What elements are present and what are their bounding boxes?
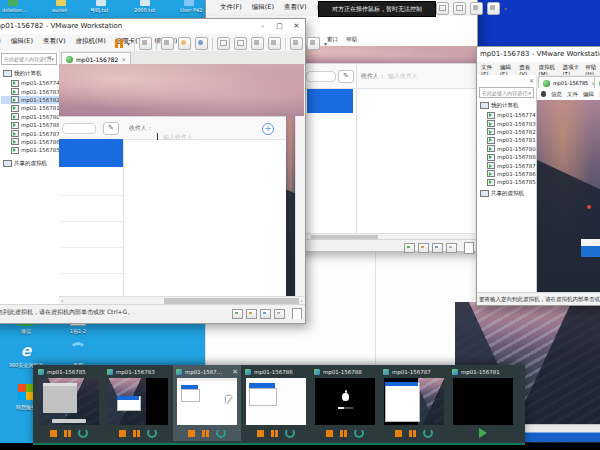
desktop-file[interactable]: xunlei <box>52 7 67 13</box>
menu-item[interactable]: 虚拟机(M) <box>72 35 110 48</box>
capture-icon[interactable] <box>307 37 320 50</box>
fit-guest-icon[interactable] <box>292 308 302 319</box>
vm-list-item[interactable]: mp01-156781 <box>1 104 59 112</box>
menu-item[interactable]: 编辑(E) <box>498 62 515 76</box>
search-field[interactable] <box>62 123 96 134</box>
desktop-file[interactable]: deletion… <box>2 7 27 13</box>
restart-vm-icon[interactable] <box>354 428 364 438</box>
vm-list-item[interactable]: mp01-156783 <box>1 87 59 95</box>
vm-list-item[interactable]: mp01-156785 <box>1 146 59 154</box>
taskbar-thumbnail[interactable]: mp01-156781 <box>449 365 517 441</box>
manage-snapshots-icon[interactable] <box>195 37 208 50</box>
compose-icon[interactable]: ✎ <box>338 70 354 83</box>
tree-shared[interactable]: 共享的虚拟机 <box>3 159 47 168</box>
desktop-file[interactable]: 号码.txt <box>90 7 108 13</box>
menu-item[interactable]: 文件(F) <box>0 35 5 48</box>
network-icon[interactable] <box>260 309 271 319</box>
restart-vm-icon[interactable] <box>216 428 226 438</box>
selected-conversation[interactable] <box>307 89 353 113</box>
hdd-icon[interactable] <box>404 243 415 253</box>
macos-menu-item[interactable]: 编辑 <box>583 91 594 98</box>
vm-list-item[interactable]: mp01-156774 <box>477 111 536 119</box>
scroll-left-icon[interactable]: ‹ <box>61 297 63 304</box>
restart-vm-icon[interactable] <box>147 428 157 438</box>
fullscreen-icon[interactable] <box>251 37 264 50</box>
menu-item[interactable]: 虚拟机(M) <box>537 62 559 76</box>
sound-icon[interactable] <box>446 243 457 253</box>
console-view-icon[interactable] <box>290 37 303 50</box>
vm-list-item[interactable]: mp01-156786 <box>1 138 59 146</box>
menu-item[interactable]: 查看(V) <box>517 62 534 76</box>
cd-icon[interactable] <box>418 243 429 253</box>
macos-menu-item[interactable]: 帮助 <box>346 36 357 43</box>
add-recipient-icon[interactable]: + <box>262 123 274 135</box>
play-vm-icon[interactable] <box>479 428 487 438</box>
menu-item[interactable]: 查看(V) <box>280 1 311 14</box>
snapshot-icon[interactable] <box>161 37 174 50</box>
pause-vm-icon[interactable] <box>340 430 347 437</box>
taskbar-thumbnail-hovered[interactable]: mp01-1567…✕ <box>173 365 241 441</box>
menu-item[interactable]: 编辑(E) <box>7 35 37 48</box>
guest-console[interactable]: ∨ ✎ 收件人： 输入收件人 + <box>59 64 304 305</box>
stop-vm-icon[interactable] <box>395 430 402 437</box>
close-preview-icon[interactable]: ✕ <box>232 368 238 376</box>
menu-item[interactable]: 选项卡(T) <box>560 62 581 76</box>
macos-menu-item[interactable]: 文件 <box>567 91 578 98</box>
pause-vm-icon[interactable] <box>133 430 140 437</box>
search-field[interactable] <box>306 71 336 82</box>
restart-vm-icon[interactable] <box>423 428 433 438</box>
vm-list-item[interactable]: mp01-156780 <box>477 145 536 153</box>
taskbar-thumbnail[interactable]: mp01-156788 <box>311 365 379 441</box>
close-icon[interactable]: ✕ <box>288 19 305 34</box>
minimize-icon[interactable]: – <box>254 19 271 34</box>
cd-icon[interactable] <box>246 309 257 319</box>
close-sidebar-icon[interactable]: ✕ <box>47 54 52 61</box>
vm-list-item[interactable]: mp01-156782 <box>477 128 536 136</box>
ctrl-alt-del-icon[interactable] <box>139 37 152 50</box>
compose-icon[interactable]: ✎ <box>103 122 119 135</box>
stop-vm-icon[interactable] <box>50 430 57 437</box>
close-sidebar-icon[interactable]: ✕ <box>529 77 534 84</box>
pause-vm-icon[interactable] <box>409 430 416 437</box>
show-thumbnail-bar-icon[interactable] <box>234 37 247 50</box>
vm-list-item[interactable]: mp01-156780 <box>1 113 59 121</box>
desktop-file[interactable]: User P42 <box>180 7 202 13</box>
vm-list-item[interactable]: mp01-156785 <box>477 178 536 186</box>
macos-menu-item[interactable]: 信息 <box>551 91 562 98</box>
search-caret-icon[interactable]: ▾ <box>528 90 531 96</box>
vm-list-item[interactable]: mp01-156782 <box>1 96 59 104</box>
maximize-icon[interactable]: ▢ <box>271 19 288 34</box>
titlebar[interactable]: mp01-156783 - VMware Workstation <box>477 47 600 63</box>
vm-list-item[interactable]: mp01-156786 <box>477 170 536 178</box>
vmware-window-right[interactable]: mp01-156783 - VMware Workstation 文件(F)编辑… <box>476 46 600 306</box>
network-icon[interactable] <box>432 243 443 253</box>
taskbar-thumbnail[interactable]: mp01-156787 <box>380 365 448 441</box>
vm-list-item[interactable]: mp01-156788 <box>1 121 59 129</box>
close-tab-icon[interactable]: ✕ <box>121 56 126 63</box>
apple-logo-icon[interactable] <box>541 91 546 97</box>
show-thumbnail-bar-icon[interactable] <box>453 2 466 15</box>
power-caret-icon[interactable]: ▾ <box>127 38 130 49</box>
vm-list-item[interactable]: mp01-156774 <box>1 79 59 87</box>
unity-icon[interactable] <box>268 37 281 50</box>
macos-menu-item[interactable]: 窗口 <box>327 36 338 43</box>
tree-root[interactable]: 我的计算机 <box>480 101 519 110</box>
vm-list-item[interactable]: mp01-156787 <box>1 129 59 137</box>
vertical-scrollbar[interactable]: ∨ <box>295 116 304 305</box>
tree-root[interactable]: 我的计算机 <box>3 69 42 78</box>
selected-conversation[interactable] <box>59 139 123 167</box>
vmware-window-left[interactable]: mp01-156782 - VMware Workstation – ▢ ✕ 文… <box>0 18 306 324</box>
vm-list-item[interactable]: mp01-156787 <box>477 161 536 169</box>
taskbar-thumbnail[interactable]: mp01-156783 <box>104 365 172 441</box>
taskbar-thumbnail[interactable]: mp01-156786 <box>242 365 310 441</box>
toolbar-caret-icon[interactable]: ▾ <box>504 3 507 14</box>
pause-vm-icon[interactable] <box>64 430 71 437</box>
tree-shared[interactable]: 共享的虚拟机 <box>480 189 524 198</box>
recipient-placeholder[interactable]: 输入收件人 <box>388 72 418 81</box>
scroll-right-icon[interactable]: › <box>301 297 303 304</box>
titlebar[interactable]: mp01-156782 - VMware Workstation – ▢ ✕ <box>0 19 305 35</box>
menu-item[interactable]: 帮助(H) <box>583 62 600 76</box>
stop-vm-icon[interactable] <box>119 430 126 437</box>
menu-item[interactable]: 编辑(E) <box>248 1 278 14</box>
show-library-icon[interactable] <box>217 37 230 50</box>
